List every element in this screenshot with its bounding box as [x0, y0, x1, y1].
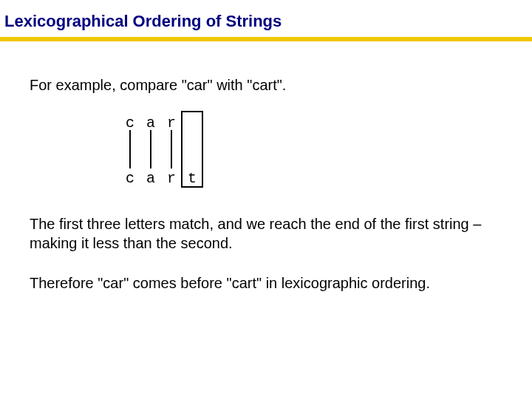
match-line: [150, 130, 151, 168]
comparison-diagram: car cart: [30, 114, 502, 195]
match-line: [129, 130, 131, 168]
char-cell: t: [182, 169, 202, 188]
page-title: Lexicographical Ordering of Strings: [0, 0, 532, 34]
char-cell: r: [161, 169, 182, 188]
content-area: For example, compare "car" with "cart". …: [0, 41, 532, 293]
match-line: [171, 130, 172, 168]
char-cell: a: [140, 169, 161, 188]
paragraph: Therefore "car" comes before "cart" in l…: [30, 273, 502, 293]
string-bottom: cart: [120, 169, 202, 188]
char-cell: c: [120, 169, 140, 188]
paragraph: The first three letters match, and we re…: [30, 214, 502, 253]
intro-text: For example, compare "car" with "cart".: [30, 75, 502, 95]
